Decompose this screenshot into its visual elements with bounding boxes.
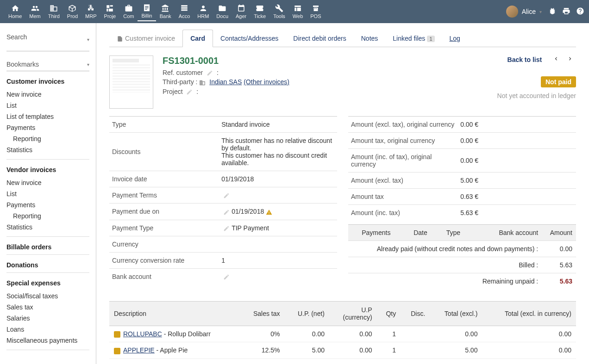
thirdparty-label: Third-party : xyxy=(163,78,197,86)
topnav-web[interactable]: Web xyxy=(289,2,307,21)
topnav-pos[interactable]: POS xyxy=(307,2,325,21)
bug-icon[interactable] xyxy=(548,7,557,17)
tabs: Customer invoiceCardContacts/AddressesDi… xyxy=(109,30,576,47)
field-value xyxy=(219,268,337,284)
sidebar-link[interactable]: Payments xyxy=(6,199,89,210)
topnav-ager[interactable]: Ager xyxy=(232,2,250,21)
info-row: Invoice date01/19/2018 xyxy=(109,171,337,187)
product-link[interactable]: APPLEPIE xyxy=(123,346,155,354)
topnav-home[interactable]: Home xyxy=(5,2,25,21)
pencil-icon[interactable] xyxy=(223,192,230,199)
bookmarks-dropdown[interactable]: Bookmarks ▾ xyxy=(6,58,89,71)
pencil-icon[interactable] xyxy=(186,89,193,95)
field-label: Amount tax xyxy=(348,189,457,205)
sidebar-link[interactable]: Statistics xyxy=(6,222,89,233)
product-link[interactable]: ROLLUPABC xyxy=(123,330,162,338)
badge: 1 xyxy=(427,36,434,42)
print-icon[interactable] xyxy=(562,7,570,17)
tab-card[interactable]: Card xyxy=(182,30,213,47)
sidebar-group-title[interactable]: Donations xyxy=(6,261,89,269)
search-dropdown[interactable]: ▾ xyxy=(6,28,89,51)
pay-header: Date xyxy=(404,225,437,241)
topnav-prod[interactable]: Prod xyxy=(63,2,81,21)
field-label: Discounts xyxy=(109,133,219,171)
next-button[interactable] xyxy=(567,56,573,62)
sidebar-group-title[interactable]: Customer invoices xyxy=(6,78,89,85)
topnav-ticke[interactable]: Ticke xyxy=(250,2,269,21)
topnav-docu[interactable]: Docu xyxy=(213,2,232,21)
sidebar-link[interactable]: Payments xyxy=(6,122,89,133)
info-row: Bank account xyxy=(109,268,337,284)
other-invoices-link[interactable]: (Other invoices) xyxy=(244,78,289,86)
back-to-list-link[interactable]: Back to list xyxy=(508,56,542,63)
pencil-icon[interactable] xyxy=(223,274,230,280)
topnav-tools[interactable]: Tools xyxy=(269,2,289,21)
topbar: HomeMemThirdProdMRPProjeComBillinBankAcc… xyxy=(0,0,589,23)
sidebar-group-title[interactable]: Vendor invoices xyxy=(6,166,89,173)
tab-contacts-addresses[interactable]: Contacts/Addresses xyxy=(213,30,286,47)
help-icon[interactable] xyxy=(576,7,584,17)
tab-customer-invoice[interactable]: Customer invoice xyxy=(109,30,182,47)
topnav-acco[interactable]: Acco xyxy=(175,2,194,21)
doc-icon xyxy=(117,36,123,42)
sidebar: ▾ Bookmarks ▾ Customer invoicesNew invoi… xyxy=(0,23,96,364)
info-row: Currency xyxy=(109,236,337,252)
sidebar-link[interactable]: Salaries xyxy=(6,313,89,324)
info-row: TypeStandard invoice xyxy=(109,117,337,133)
sidebar-link[interactable]: Loans xyxy=(6,324,89,335)
pencil-icon[interactable] xyxy=(223,209,230,216)
info-row: Payment due on01/19/2018 xyxy=(109,204,337,220)
topnav-com[interactable]: Com xyxy=(119,2,138,21)
sidebar-link[interactable]: Reporting xyxy=(6,133,89,144)
line-header: Description xyxy=(109,302,240,326)
ref-customer-label: Ref. customer xyxy=(163,69,203,76)
sidebar-group-title[interactable]: Special expenses xyxy=(6,279,89,287)
thirdparty-link[interactable]: Indian SAS xyxy=(209,78,242,86)
payments-table: PaymentsDateTypeBank accountAmount Alrea… xyxy=(348,224,576,289)
tab-direct-debit-orders[interactable]: Direct debit orders xyxy=(286,30,353,47)
tab-notes[interactable]: Notes xyxy=(354,30,386,47)
amount-row: Amount tax, original currency0.00 € xyxy=(348,133,576,149)
building-icon xyxy=(199,80,206,86)
sidebar-link[interactable]: Miscellaneous payments xyxy=(6,335,89,346)
info-row: Payment TypeTIP Payment xyxy=(109,220,337,236)
topnav-proje[interactable]: Proje xyxy=(100,2,120,21)
sidebar-link[interactable]: Statistics xyxy=(6,144,89,155)
topnav-third[interactable]: Third xyxy=(44,2,63,21)
prev-button[interactable] xyxy=(553,56,559,62)
sidebar-link[interactable]: List xyxy=(6,100,89,111)
field-label: Amount (excl. tax), original currency xyxy=(348,117,457,133)
tab-log[interactable]: Log xyxy=(442,30,468,47)
sidebar-group-title[interactable]: Billable orders xyxy=(6,243,89,251)
amount-row: Amount tax0.63 € xyxy=(348,189,576,205)
field-value: 1 xyxy=(219,252,337,268)
tab-linked-files[interactable]: Linked files1 xyxy=(385,30,442,47)
amount-row: Amount (inc. tax)5.63 € xyxy=(348,205,576,221)
sidebar-link[interactable]: List xyxy=(6,188,89,199)
search-input[interactable] xyxy=(6,31,87,43)
pencil-icon[interactable] xyxy=(223,225,230,232)
user-menu[interactable]: Alice ▾ xyxy=(506,6,542,18)
field-value: 01/19/2018 xyxy=(219,171,337,187)
pay-summary-row: Remaining unpaid :5.63 xyxy=(348,273,576,290)
sidebar-link[interactable]: Reporting xyxy=(6,210,89,222)
doc-thumbnail[interactable] xyxy=(109,56,153,109)
pay-header: Bank account xyxy=(470,225,542,241)
topnav-hrm[interactable]: HRM xyxy=(194,2,213,21)
topnav-bank[interactable]: Bank xyxy=(156,2,175,21)
topnav-mem[interactable]: Mem xyxy=(25,2,44,21)
field-value: 0.00 € xyxy=(457,117,576,133)
topnav-mrp[interactable]: MRP xyxy=(81,2,100,21)
project-label: Project xyxy=(163,88,183,95)
pencil-icon[interactable] xyxy=(207,70,213,76)
line-header: Disc. xyxy=(401,302,430,326)
topnav-billin[interactable]: Billin xyxy=(138,2,156,21)
sidebar-link[interactable]: List of templates xyxy=(6,111,89,122)
chevron-down-icon: ▾ xyxy=(87,37,89,42)
sidebar-link[interactable]: New invoice xyxy=(6,177,89,188)
line-row: ROLLUPABC - Rollup Dolibarr0%0.000.0010.… xyxy=(109,326,576,342)
sidebar-link[interactable]: New invoice xyxy=(6,89,89,100)
username: Alice xyxy=(522,8,536,15)
sidebar-link[interactable]: Social/fiscal taxes xyxy=(6,290,89,302)
sidebar-link[interactable]: Sales tax xyxy=(6,302,89,313)
